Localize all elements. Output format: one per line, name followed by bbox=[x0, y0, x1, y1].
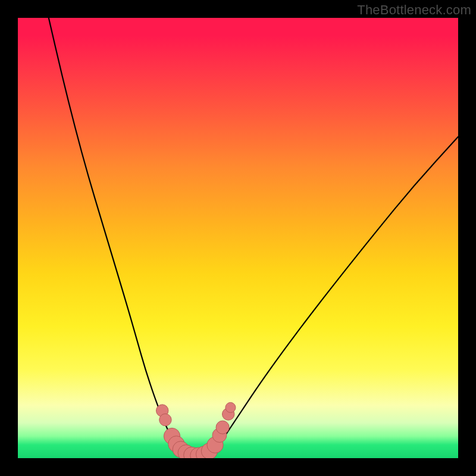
outer-frame: TheBottleneck.com bbox=[0, 0, 476, 476]
data-point-markers bbox=[156, 402, 236, 458]
data-point-marker bbox=[226, 402, 236, 412]
bottleneck-curve-right bbox=[212, 137, 458, 453]
plot-area bbox=[18, 18, 458, 458]
data-point-marker bbox=[159, 414, 171, 425]
watermark-text: TheBottleneck.com bbox=[357, 2, 471, 18]
data-point-marker bbox=[216, 421, 229, 434]
bottleneck-curve-left bbox=[49, 18, 181, 454]
chart-svg-overlay bbox=[18, 18, 458, 458]
